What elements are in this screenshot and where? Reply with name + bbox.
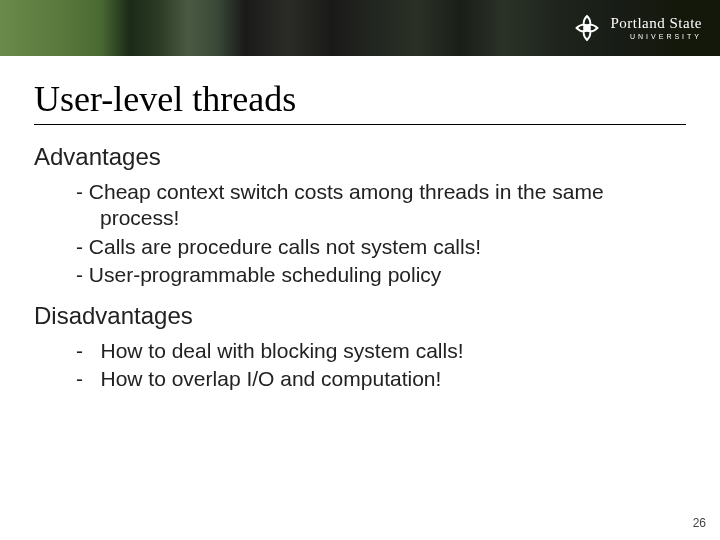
list-item: Calls are procedure calls not system cal… [76,234,636,260]
list-item: Cheap context switch costs among threads… [76,179,636,232]
disadvantages-list: How to deal with blocking system calls! … [34,338,686,393]
list-item: How to deal with blocking system calls! [76,338,636,364]
advantages-list: Cheap context switch costs among threads… [34,179,686,288]
section-heading-disadvantages: Disadvantages [34,302,686,330]
slide-title: User-level threads [34,78,686,125]
page-number: 26 [693,516,706,530]
slide: Portland State UNIVERSITY User-level thr… [0,0,720,540]
logo-main-text: Portland State [610,16,702,31]
header-band: Portland State UNIVERSITY [0,0,720,56]
slide-content: User-level threads Advantages Cheap cont… [0,56,720,393]
section-heading-advantages: Advantages [34,143,686,171]
list-item: User-programmable scheduling policy [76,262,636,288]
logo-sub-text: UNIVERSITY [610,33,702,40]
svg-point-0 [585,26,590,31]
university-logo: Portland State UNIVERSITY [572,8,702,48]
logo-text: Portland State UNIVERSITY [610,16,702,40]
logo-mark-icon [572,13,602,43]
list-item: How to overlap I/O and computation! [76,366,636,392]
